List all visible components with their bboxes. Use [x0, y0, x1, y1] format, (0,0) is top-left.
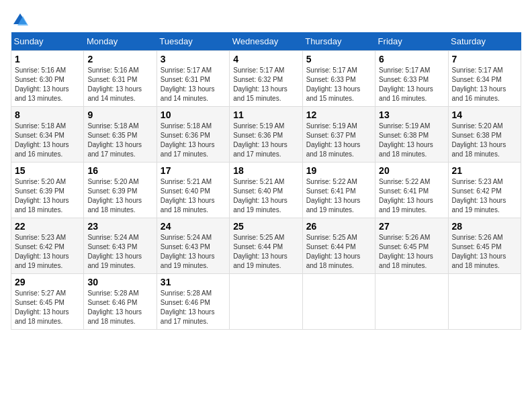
day-number: 2 [87, 54, 152, 64]
day-number: 3 [161, 54, 226, 64]
day-number: 24 [161, 221, 226, 232]
calendar-day-27: 27 Sunrise: 5:26 AMSunset: 6:45 PMDaylig… [375, 218, 448, 274]
weekday-header-monday: Monday [84, 32, 157, 51]
calendar-day-22: 22 Sunrise: 5:23 AMSunset: 6:42 PMDaylig… [11, 218, 84, 274]
day-info: Sunrise: 5:24 AMSunset: 6:43 PMDaylight:… [87, 234, 142, 269]
day-number: 29 [15, 277, 80, 287]
empty-cell [375, 274, 448, 330]
day-number: 10 [161, 109, 226, 120]
day-number: 23 [87, 221, 152, 232]
calendar-day-8: 8 Sunrise: 5:18 AMSunset: 6:34 PMDayligh… [11, 107, 84, 163]
day-number: 4 [233, 54, 298, 64]
day-number: 20 [379, 165, 444, 176]
weekday-header-tuesday: Tuesday [157, 32, 229, 51]
calendar-day-30: 30 Sunrise: 5:28 AMSunset: 6:46 PMDaylig… [84, 274, 157, 330]
calendar-day-11: 11 Sunrise: 5:19 AMSunset: 6:36 PMDaylig… [230, 107, 302, 163]
day-number: 21 [452, 165, 517, 176]
calendar-day-26: 26 Sunrise: 5:25 AMSunset: 6:44 PMDaylig… [302, 218, 375, 274]
logo-icon [11, 11, 30, 30]
day-info: Sunrise: 5:22 AMSunset: 6:41 PMDaylight:… [379, 178, 433, 214]
weekday-header-sunday: Sunday [11, 32, 84, 51]
day-info: Sunrise: 5:16 AMSunset: 6:30 PMDaylight:… [15, 66, 69, 102]
day-number: 13 [379, 109, 444, 120]
day-info: Sunrise: 5:25 AMSunset: 6:44 PMDaylight:… [306, 234, 361, 269]
calendar-day-17: 17 Sunrise: 5:21 AMSunset: 6:40 PMDaylig… [157, 163, 229, 218]
calendar-day-15: 15 Sunrise: 5:20 AMSunset: 6:39 PMDaylig… [11, 163, 84, 218]
calendar-week-1: 1 Sunrise: 5:16 AMSunset: 6:30 PMDayligh… [11, 51, 521, 107]
calendar-week-5: 29 Sunrise: 5:27 AMSunset: 6:45 PMDaylig… [11, 274, 521, 330]
calendar-day-2: 2 Sunrise: 5:16 AMSunset: 6:31 PMDayligh… [84, 51, 157, 107]
day-info: Sunrise: 5:21 AMSunset: 6:40 PMDaylight:… [233, 178, 287, 214]
calendar-day-10: 10 Sunrise: 5:18 AMSunset: 6:36 PMDaylig… [157, 107, 229, 163]
day-info: Sunrise: 5:28 AMSunset: 6:46 PMDaylight:… [161, 289, 215, 325]
day-info: Sunrise: 5:28 AMSunset: 6:46 PMDaylight:… [87, 289, 142, 325]
day-info: Sunrise: 5:17 AMSunset: 6:33 PMDaylight:… [306, 66, 361, 102]
calendar-table: SundayMondayTuesdayWednesdayThursdayFrid… [11, 32, 521, 330]
day-number: 30 [87, 277, 152, 287]
day-info: Sunrise: 5:16 AMSunset: 6:31 PMDaylight:… [87, 66, 142, 102]
day-number: 27 [379, 221, 444, 232]
weekday-header-friday: Friday [375, 32, 448, 51]
calendar-day-13: 13 Sunrise: 5:19 AMSunset: 6:38 PMDaylig… [375, 107, 448, 163]
calendar-day-16: 16 Sunrise: 5:20 AMSunset: 6:39 PMDaylig… [84, 163, 157, 218]
empty-cell [448, 274, 521, 330]
day-info: Sunrise: 5:26 AMSunset: 6:45 PMDaylight:… [452, 234, 506, 269]
day-info: Sunrise: 5:17 AMSunset: 6:33 PMDaylight:… [379, 66, 433, 102]
day-number: 8 [15, 109, 80, 120]
day-info: Sunrise: 5:17 AMSunset: 6:32 PMDaylight:… [233, 66, 287, 102]
day-number: 12 [306, 109, 371, 120]
calendar-day-7: 7 Sunrise: 5:17 AMSunset: 6:34 PMDayligh… [448, 51, 521, 107]
day-number: 1 [15, 54, 80, 64]
calendar-day-1: 1 Sunrise: 5:16 AMSunset: 6:30 PMDayligh… [11, 51, 84, 107]
calendar-week-2: 8 Sunrise: 5:18 AMSunset: 6:34 PMDayligh… [11, 107, 521, 163]
calendar-day-29: 29 Sunrise: 5:27 AMSunset: 6:45 PMDaylig… [11, 274, 84, 330]
day-number: 7 [452, 54, 517, 64]
day-info: Sunrise: 5:20 AMSunset: 6:38 PMDaylight:… [452, 122, 506, 158]
day-info: Sunrise: 5:24 AMSunset: 6:43 PMDaylight:… [161, 234, 215, 269]
day-info: Sunrise: 5:21 AMSunset: 6:40 PMDaylight:… [161, 178, 215, 214]
day-number: 28 [452, 221, 517, 232]
day-info: Sunrise: 5:17 AMSunset: 6:34 PMDaylight:… [452, 66, 506, 102]
page-header [11, 11, 521, 30]
day-info: Sunrise: 5:23 AMSunset: 6:42 PMDaylight:… [452, 178, 506, 214]
calendar-day-31: 31 Sunrise: 5:28 AMSunset: 6:46 PMDaylig… [157, 274, 229, 330]
weekday-header-row: SundayMondayTuesdayWednesdayThursdayFrid… [11, 32, 521, 51]
day-number: 5 [306, 54, 371, 64]
day-info: Sunrise: 5:18 AMSunset: 6:36 PMDaylight:… [161, 122, 215, 158]
calendar-day-3: 3 Sunrise: 5:17 AMSunset: 6:31 PMDayligh… [157, 51, 229, 107]
calendar-day-21: 21 Sunrise: 5:23 AMSunset: 6:42 PMDaylig… [448, 163, 521, 218]
day-number: 25 [233, 221, 298, 232]
calendar-week-4: 22 Sunrise: 5:23 AMSunset: 6:42 PMDaylig… [11, 218, 521, 274]
calendar-week-3: 15 Sunrise: 5:20 AMSunset: 6:39 PMDaylig… [11, 163, 521, 218]
day-number: 19 [306, 165, 371, 176]
logo [11, 11, 32, 30]
calendar-day-19: 19 Sunrise: 5:22 AMSunset: 6:41 PMDaylig… [302, 163, 375, 218]
day-info: Sunrise: 5:17 AMSunset: 6:31 PMDaylight:… [161, 66, 215, 102]
calendar-day-14: 14 Sunrise: 5:20 AMSunset: 6:38 PMDaylig… [448, 107, 521, 163]
day-info: Sunrise: 5:26 AMSunset: 6:45 PMDaylight:… [379, 234, 433, 269]
day-number: 11 [233, 109, 298, 120]
day-number: 9 [87, 109, 152, 120]
day-info: Sunrise: 5:23 AMSunset: 6:42 PMDaylight:… [15, 234, 69, 269]
day-info: Sunrise: 5:18 AMSunset: 6:35 PMDaylight:… [87, 122, 142, 158]
weekday-header-wednesday: Wednesday [230, 32, 302, 51]
day-number: 14 [452, 109, 517, 120]
calendar-day-6: 6 Sunrise: 5:17 AMSunset: 6:33 PMDayligh… [375, 51, 448, 107]
day-info: Sunrise: 5:25 AMSunset: 6:44 PMDaylight:… [233, 234, 287, 269]
day-info: Sunrise: 5:18 AMSunset: 6:34 PMDaylight:… [15, 122, 69, 158]
calendar-day-25: 25 Sunrise: 5:25 AMSunset: 6:44 PMDaylig… [230, 218, 302, 274]
calendar-day-23: 23 Sunrise: 5:24 AMSunset: 6:43 PMDaylig… [84, 218, 157, 274]
day-info: Sunrise: 5:22 AMSunset: 6:41 PMDaylight:… [306, 178, 361, 214]
calendar-day-9: 9 Sunrise: 5:18 AMSunset: 6:35 PMDayligh… [84, 107, 157, 163]
day-info: Sunrise: 5:19 AMSunset: 6:37 PMDaylight:… [306, 122, 361, 158]
day-info: Sunrise: 5:20 AMSunset: 6:39 PMDaylight:… [15, 178, 69, 214]
day-info: Sunrise: 5:27 AMSunset: 6:45 PMDaylight:… [15, 289, 69, 325]
day-info: Sunrise: 5:19 AMSunset: 6:38 PMDaylight:… [379, 122, 433, 158]
day-number: 6 [379, 54, 444, 64]
calendar-day-4: 4 Sunrise: 5:17 AMSunset: 6:32 PMDayligh… [230, 51, 302, 107]
calendar-day-24: 24 Sunrise: 5:24 AMSunset: 6:43 PMDaylig… [157, 218, 229, 274]
day-number: 26 [306, 221, 371, 232]
calendar-day-28: 28 Sunrise: 5:26 AMSunset: 6:45 PMDaylig… [448, 218, 521, 274]
empty-cell [302, 274, 375, 330]
calendar-day-18: 18 Sunrise: 5:21 AMSunset: 6:40 PMDaylig… [230, 163, 302, 218]
